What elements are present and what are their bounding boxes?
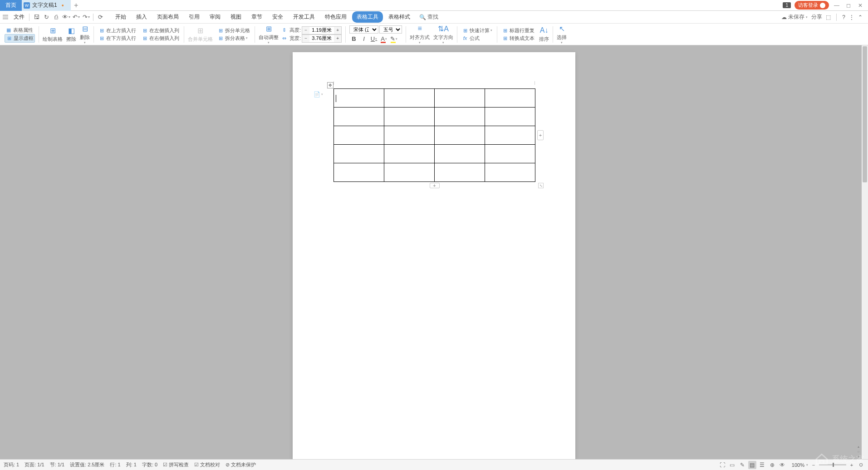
minimize-button[interactable]: — [833, 1, 841, 10]
table-move-handle[interactable]: ✥ [327, 82, 333, 88]
format-painter-icon[interactable]: ⟳ [96, 13, 105, 22]
new-tab-button[interactable]: + [71, 1, 82, 10]
width-minus-button[interactable]: − [302, 35, 309, 42]
view-eye-icon[interactable]: 👁 [778, 461, 786, 469]
bold-button[interactable]: B [349, 34, 358, 44]
page-number-status[interactable]: 页码: 1 [4, 461, 19, 468]
height-plus-button[interactable]: + [334, 27, 341, 34]
add-column-button[interactable]: + [537, 130, 544, 140]
col-status[interactable]: 列: 1 [126, 461, 137, 468]
maximize-button[interactable]: ◻ [844, 1, 853, 10]
formula-button[interactable]: fx公式 [461, 34, 493, 42]
tab-view[interactable]: 视图 [226, 11, 246, 23]
feedback-icon[interactable]: ⬚ [826, 14, 831, 20]
setting-status[interactable]: 设置值: 2.5厘米 [70, 461, 104, 468]
split-cells-button[interactable]: ⊞拆分单元格 [216, 27, 251, 34]
table-cell[interactable] [485, 145, 535, 163]
show-frame-button[interactable]: ⊞显示虚框 [5, 34, 35, 43]
convert-text-button[interactable]: ⊞转换成文本 [501, 34, 535, 42]
spell-check-status[interactable]: ☑拼写检查 [163, 461, 189, 468]
quick-calc-button[interactable]: ⊞快速计算▾ [461, 27, 493, 34]
table-cell[interactable] [334, 108, 384, 126]
add-row-button[interactable]: + [430, 183, 440, 188]
table-cell[interactable] [384, 163, 435, 182]
zoom-slider[interactable] [819, 464, 846, 465]
insert-row-above-button[interactable]: ⊞在上方插入行 [98, 27, 137, 34]
width-spinner[interactable]: − + [302, 34, 342, 43]
table-cell[interactable] [384, 145, 435, 163]
sort-button[interactable]: A↓排序 [537, 25, 551, 44]
tab-devtools[interactable]: 开发工具 [289, 11, 319, 23]
redo-icon[interactable]: ↷ [82, 13, 91, 22]
notification-badge[interactable]: 1 [783, 2, 791, 8]
table-cell[interactable] [435, 163, 485, 182]
zoom-fit-button[interactable]: ⊙ [857, 461, 864, 469]
table-cell[interactable] [435, 89, 485, 108]
print-preview-icon[interactable]: 👁 [62, 13, 71, 22]
login-button[interactable]: 访客登录 [794, 1, 829, 10]
zoom-in-button[interactable]: + [848, 461, 855, 469]
zoom-level[interactable]: 100% [792, 462, 804, 468]
tab-special[interactable]: 特色应用 [320, 11, 351, 23]
table-cell[interactable] [485, 108, 535, 126]
table-cell[interactable] [435, 145, 485, 163]
width-input[interactable] [309, 35, 334, 42]
scroll-up-icon[interactable]: ▴ [855, 444, 862, 449]
highlight-button[interactable]: ✎ [389, 34, 398, 44]
table-cell[interactable] [334, 145, 384, 163]
table-cell[interactable] [384, 108, 435, 126]
table-cell[interactable] [485, 89, 535, 108]
table-cell[interactable] [334, 163, 384, 182]
scrollbar-thumb[interactable] [863, 46, 867, 182]
tab-table-style[interactable]: 表格样式 [384, 11, 415, 23]
table-resize-handle[interactable]: ⤡ [538, 183, 544, 188]
italic-button[interactable]: I [359, 34, 368, 44]
table-properties-button[interactable]: ▦表格属性 [5, 26, 35, 34]
close-button[interactable]: ✕ [856, 1, 864, 10]
collapse-ribbon-icon[interactable]: ⌃ [858, 14, 863, 20]
scroll-circle-icon[interactable]: ○ [855, 449, 862, 454]
row-status[interactable]: 行: 1 [110, 461, 120, 468]
header-repeat-button[interactable]: ⊞标题行重复 [501, 27, 535, 34]
print-icon[interactable]: ⎙ [52, 13, 61, 22]
view-page-icon[interactable]: ▤ [748, 461, 756, 469]
height-minus-button[interactable]: − [302, 27, 309, 34]
height-spinner[interactable]: − + [302, 26, 342, 34]
file-menu[interactable]: 文件 [11, 13, 27, 21]
font-name-select[interactable]: 宋体 (正文) [349, 25, 378, 34]
tab-security[interactable]: 安全 [268, 11, 288, 23]
font-size-select[interactable]: 五号 [379, 25, 402, 34]
doc-protection-status[interactable]: ⊘文档未保护 [226, 461, 256, 468]
width-plus-button[interactable]: + [334, 35, 341, 42]
more-icon[interactable]: ⋮ [849, 14, 854, 20]
tab-section[interactable]: 章节 [247, 11, 267, 23]
save-as-icon[interactable]: ↻ [42, 13, 51, 22]
view-read-icon[interactable]: ▭ [728, 461, 736, 469]
insert-row-below-button[interactable]: ⊞在下方插入行 [98, 34, 137, 42]
page-status[interactable]: 页面: 1/1 [25, 461, 44, 468]
view-outline-icon[interactable]: ☰ [758, 461, 766, 469]
tab-start[interactable]: 开始 [111, 11, 131, 23]
vertical-scrollbar[interactable] [862, 45, 868, 459]
tab-review[interactable]: 审阅 [205, 11, 225, 23]
font-color-button[interactable]: A [379, 34, 388, 44]
table-cell[interactable] [334, 126, 384, 145]
save-icon[interactable]: 🖫 [32, 13, 41, 22]
tab-references[interactable]: 引用 [184, 11, 204, 23]
eraser-button[interactable]: ◧擦除 [64, 25, 78, 44]
table-cell[interactable] [435, 126, 485, 145]
view-fullscreen-icon[interactable]: ⛶ [718, 461, 726, 469]
underline-button[interactable]: U [369, 34, 378, 44]
scroll-down-icon[interactable]: ▾ [855, 454, 862, 459]
document-tab[interactable]: W 文字文稿1 • [22, 0, 71, 11]
auto-fit-button[interactable]: ⊞自动调整 [257, 23, 280, 45]
insert-col-right-button[interactable]: ⊞在右侧插入列 [141, 34, 180, 42]
page[interactable]: 📄 ✥ + + ⤡ [293, 52, 575, 459]
tab-insert[interactable]: 插入 [132, 11, 152, 23]
merge-cells-button[interactable]: ⊞合并单元格 [186, 25, 215, 44]
hamburger-menu-icon[interactable] [2, 14, 9, 21]
zoom-out-button[interactable]: − [810, 461, 817, 469]
align-button[interactable]: ≡对齐方式 [408, 23, 432, 45]
tab-layout[interactable]: 页面布局 [152, 11, 183, 23]
tab-table-tools[interactable]: 表格工具 [352, 11, 383, 23]
